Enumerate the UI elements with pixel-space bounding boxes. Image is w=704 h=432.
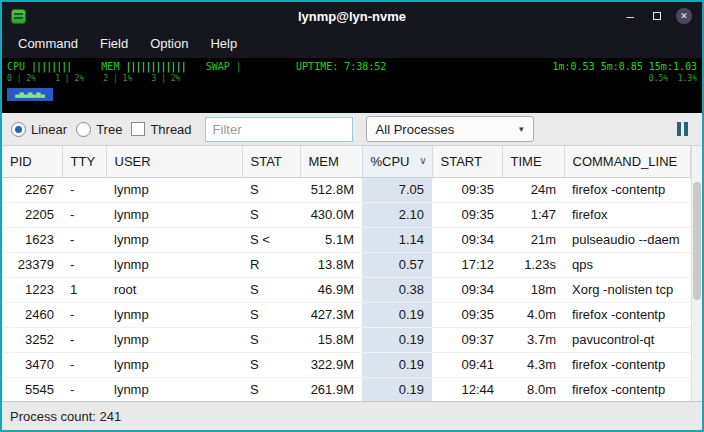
table-scrollbar[interactable] [691, 146, 702, 401]
pause-button[interactable] [672, 118, 693, 140]
table-row[interactable]: 12231rootS46.9M0.3809:3418mXorg -noliste… [2, 277, 691, 302]
minimize-button[interactable]: – [622, 8, 638, 24]
column-header-mem[interactable]: MEM [300, 146, 362, 177]
cell-start[interactable]: 09:35 [432, 302, 502, 327]
table-row[interactable]: 2205-lynmpS430.0M2.1009:351:47firefox [2, 202, 691, 227]
cell-mem[interactable]: 427.3M [300, 302, 362, 327]
cell-cpu[interactable]: 0.19 [362, 377, 432, 401]
process-filter-select[interactable]: All Processes ▾ [366, 116, 534, 142]
column-header-start[interactable]: START [432, 146, 502, 177]
cell-command-line[interactable]: firefox -contentp [564, 352, 691, 377]
cell-time[interactable]: 1.23s [502, 252, 564, 277]
cell-command-line[interactable]: pavucontrol-qt [564, 327, 691, 352]
cell-command-line[interactable]: firefox -contentp [564, 377, 691, 401]
cell-tty[interactable]: - [62, 177, 106, 202]
table-row[interactable]: 3470-lynmpS322.9M0.1909:414.3mfirefox -c… [2, 352, 691, 377]
maximize-button[interactable] [649, 8, 665, 24]
cell-mem[interactable]: 15.8M [300, 327, 362, 352]
cell-user[interactable]: lynmp [106, 377, 242, 401]
radio-linear-control[interactable] [11, 122, 26, 137]
cell-tty[interactable]: - [62, 227, 106, 252]
cell-user[interactable]: lynmp [106, 352, 242, 377]
checkbox-thread[interactable]: Thread [131, 122, 191, 137]
cell-start[interactable]: 09:35 [432, 202, 502, 227]
cell-user[interactable]: lynmp [106, 252, 242, 277]
cell-start[interactable]: 09:41 [432, 352, 502, 377]
cell-user[interactable]: lynmp [106, 177, 242, 202]
cell-stat[interactable]: S [242, 202, 300, 227]
cell-cpu[interactable]: 1.14 [362, 227, 432, 252]
menu-command[interactable]: Command [7, 30, 89, 58]
cell-time[interactable]: 1:47 [502, 202, 564, 227]
cell-command-line[interactable]: firefox -contentp [564, 302, 691, 327]
column-header-time[interactable]: TIME [502, 146, 564, 177]
cell-command-line[interactable]: pulseaudio --daem [564, 227, 691, 252]
cell-time[interactable]: 24m [502, 177, 564, 202]
table-row[interactable]: 2267-lynmpS512.8M7.0509:3524mfirefox -co… [2, 177, 691, 202]
cell-tty[interactable]: - [62, 302, 106, 327]
cell-user[interactable]: root [106, 277, 242, 302]
cell-tty[interactable]: - [62, 252, 106, 277]
table-row[interactable]: 2460-lynmpS427.3M0.1909:354.0mfirefox -c… [2, 302, 691, 327]
titlebar[interactable]: lynmp@lyn-nvme – ✕ [2, 2, 702, 30]
column-header-pid[interactable]: PID [2, 146, 62, 177]
cell-time[interactable]: 4.0m [502, 302, 564, 327]
table-row[interactable]: 23379-lynmpR13.8M0.5717:121.23sqps [2, 252, 691, 277]
checkbox-thread-control[interactable] [131, 122, 145, 136]
cell-mem[interactable]: 13.8M [300, 252, 362, 277]
cell-pid[interactable]: 1223 [2, 277, 62, 302]
cell-cpu[interactable]: 0.19 [362, 302, 432, 327]
cell-stat[interactable]: S [242, 177, 300, 202]
cell-start[interactable]: 17:12 [432, 252, 502, 277]
cell-stat[interactable]: S [242, 352, 300, 377]
cell-pid[interactable]: 2205 [2, 202, 62, 227]
cell-user[interactable]: lynmp [106, 227, 242, 252]
cell-mem[interactable]: 512.8M [300, 177, 362, 202]
filter-input[interactable] [205, 117, 353, 142]
cell-stat[interactable]: S < [242, 227, 300, 252]
cell-start[interactable]: 09:34 [432, 227, 502, 252]
cell-tty[interactable]: - [62, 202, 106, 227]
table-row[interactable]: 1623-lynmpS <5.1M1.1409:3421mpulseaudio … [2, 227, 691, 252]
cell-start[interactable]: 09:37 [432, 327, 502, 352]
scrollbar-thumb[interactable] [693, 182, 701, 300]
cell-tty[interactable]: 1 [62, 277, 106, 302]
cell-tty[interactable]: - [62, 327, 106, 352]
cell-cpu[interactable]: 0.38 [362, 277, 432, 302]
cell-pid[interactable]: 2460 [2, 302, 62, 327]
cell-cpu[interactable]: 0.19 [362, 352, 432, 377]
cell-time[interactable]: 8.0m [502, 377, 564, 401]
cell-time[interactable]: 21m [502, 227, 564, 252]
radio-tree[interactable]: Tree [76, 122, 122, 137]
column-header-command-line[interactable]: COMMAND_LINE [564, 146, 691, 177]
menu-help[interactable]: Help [199, 30, 248, 58]
cell-cpu[interactable]: 0.19 [362, 327, 432, 352]
cell-time[interactable]: 18m [502, 277, 564, 302]
cell-mem[interactable]: 430.0M [300, 202, 362, 227]
cell-stat[interactable]: S [242, 302, 300, 327]
cell-start[interactable]: 09:34 [432, 277, 502, 302]
cell-mem[interactable]: 261.9M [300, 377, 362, 401]
radio-tree-control[interactable] [76, 122, 91, 137]
cell-time[interactable]: 3.7m [502, 327, 564, 352]
cell-command-line[interactable]: Xorg -nolisten tcp [564, 277, 691, 302]
column-header-stat[interactable]: STAT [242, 146, 300, 177]
cell-user[interactable]: lynmp [106, 327, 242, 352]
cell-command-line[interactable]: firefox -contentp [564, 177, 691, 202]
cell-stat[interactable]: R [242, 252, 300, 277]
cell-time[interactable]: 4.3m [502, 352, 564, 377]
menu-option[interactable]: Option [139, 30, 199, 58]
column-header-tty[interactable]: TTY [62, 146, 106, 177]
cell-start[interactable]: 12:44 [432, 377, 502, 401]
cell-mem[interactable]: 322.9M [300, 352, 362, 377]
close-button[interactable]: ✕ [676, 8, 692, 24]
cell-pid[interactable]: 23379 [2, 252, 62, 277]
cell-stat[interactable]: S [242, 277, 300, 302]
cell-cpu[interactable]: 0.57 [362, 252, 432, 277]
cell-tty[interactable]: - [62, 377, 106, 401]
cell-pid[interactable]: 5545 [2, 377, 62, 401]
cell-pid[interactable]: 2267 [2, 177, 62, 202]
cell-pid[interactable]: 3470 [2, 352, 62, 377]
cell-mem[interactable]: 5.1M [300, 227, 362, 252]
cell-stat[interactable]: S [242, 327, 300, 352]
